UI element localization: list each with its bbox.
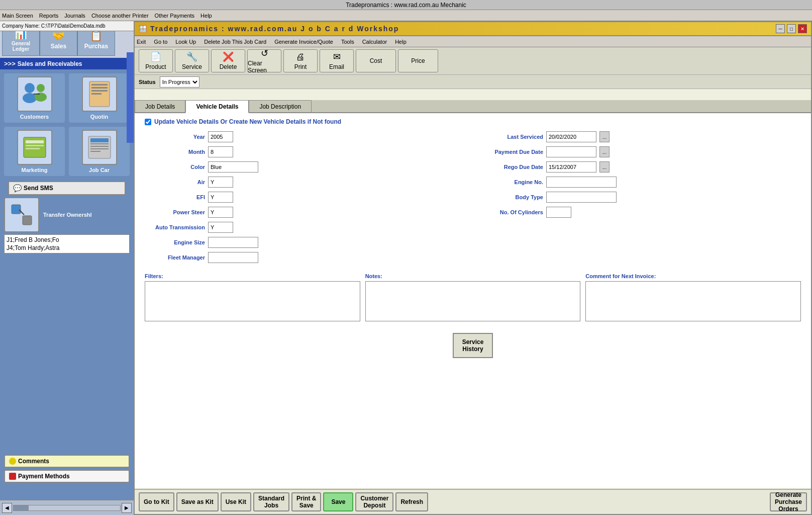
power-steer-label: Power Steer [145,209,205,215]
purchase-label: Purchas [84,43,108,50]
air-input[interactable] [208,177,233,188]
tab-job-details[interactable]: Job Details [135,100,185,112]
clear-screen-button[interactable]: ↺ Clear Screen [247,49,281,72]
menu-reports[interactable]: Reports [39,13,59,19]
standard-jobs-button[interactable]: Standard Jobs [253,492,289,511]
nav-scrollbar[interactable] [13,505,121,511]
last-serviced-date-button[interactable]: ... [599,131,610,142]
notes-textarea[interactable] [365,281,581,321]
month-row: Month [145,146,463,157]
vehicle-form-grid: Year Month Color Air [145,131,801,267]
marketing-icon-box [17,130,52,165]
use-kit-label: Use Kit [226,498,246,505]
comment-next-invoice-textarea[interactable] [585,281,801,321]
auto-transmission-input[interactable] [208,222,233,233]
tab-vehicle-details[interactable]: Vehicle Details [185,100,249,113]
engine-size-input[interactable] [208,237,258,248]
filters-textarea[interactable] [145,281,360,321]
minimize-button[interactable]: ─ [776,24,785,33]
refresh-button[interactable]: Refresh [395,492,428,511]
menu-generate-invoice[interactable]: Generate Invoice/Quote [274,39,333,45]
efi-label: EFI [145,194,205,200]
clear-screen-icon: ↺ [261,48,268,59]
status-select[interactable]: In Progress Completed Pending Cancelled [160,76,199,88]
product-button[interactable]: 📄 Product [139,49,173,72]
menu-calculator[interactable]: Calculator [362,39,387,45]
month-input[interactable] [208,146,233,157]
fleet-manager-input[interactable] [208,252,258,263]
menu-exit[interactable]: Exit [137,39,146,45]
comment-next-invoice-section: Comment for Next Invoice: [585,273,801,323]
menu-journals[interactable]: Journals [64,13,85,19]
use-kit-button[interactable]: Use Kit [221,492,251,511]
transfer-icon-box [4,197,39,232]
menu-choose-printer[interactable]: Choose another Printer [91,13,149,19]
nav-right-button[interactable]: ▶ [122,503,132,513]
send-sms-container: 💬 Send SMS [4,181,130,195]
last-serviced-input[interactable] [546,131,596,142]
color-input[interactable] [208,161,258,173]
menu-other-payments[interactable]: Other Payments [155,13,194,19]
send-sms-button[interactable]: 💬 Send SMS [8,181,126,195]
job-cards-item[interactable]: Job Car [69,127,130,176]
job-cards-label: Job Car [89,167,110,173]
menu-tools[interactable]: Tools [341,39,354,45]
service-button[interactable]: 🔧 Service [175,49,209,72]
maximize-button[interactable]: □ [787,24,796,33]
close-button[interactable]: ✕ [798,24,807,33]
rego-due-date-button[interactable]: ... [599,161,610,173]
left-column: Year Month Color Air [145,131,463,267]
rego-due-date-input[interactable] [546,161,596,173]
nav-left-button[interactable]: ◀ [2,503,12,513]
comments-button[interactable]: Comments [4,455,130,468]
quoting-item[interactable]: Quotin [69,73,130,123]
year-input[interactable] [208,131,233,142]
svg-rect-6 [91,84,108,85]
tab-job-details-label: Job Details [145,103,175,110]
year-row: Year [145,131,463,142]
print-icon: 🖨 [296,52,305,62]
menu-delete-job[interactable]: Delete Job This Job Card [204,39,266,45]
payment-icon [9,473,16,480]
service-history-area: Service History [145,333,801,358]
job-list: J1;Fred B Jones;Fo J4;Tom Hardy;Astra [4,234,130,253]
payment-due-date-button[interactable]: ... [599,146,610,157]
engine-no-input[interactable] [546,177,617,188]
cost-button[interactable]: Cost [356,49,396,72]
email-button[interactable]: ✉ Email [320,49,354,72]
svg-rect-13 [26,148,40,149]
no-cylinders-row: No. Of Cylinders [483,207,801,218]
body-type-input[interactable] [546,192,617,203]
menu-go-to[interactable]: Go to [154,39,167,45]
update-vehicle-checkbox[interactable] [145,119,151,125]
payment-due-date-input[interactable] [546,146,596,157]
print-save-button[interactable]: Print & Save [291,492,321,511]
tab-job-description[interactable]: Job Description [249,100,312,112]
menu-help[interactable]: Help [200,13,212,19]
marketing-item[interactable]: Marketing [4,127,65,176]
no-cylinders-input[interactable] [546,207,571,218]
price-button[interactable]: Price [398,49,438,72]
delete-button[interactable]: ❌ Delete [211,49,245,72]
power-steer-input[interactable] [208,207,233,218]
menu-look-up[interactable]: Look Up [175,39,196,45]
customer-deposit-button[interactable]: Customer Deposit [355,492,393,511]
save-button[interactable]: Save [323,492,353,511]
go-to-kit-button[interactable]: Go to Kit [139,492,174,511]
menu-main-screen[interactable]: Main Screen [2,13,33,19]
efi-input[interactable] [208,192,233,203]
customers-label: Customers [20,114,49,120]
notes-grid: Filters: Notes: Comment for Next Invoice… [145,273,801,323]
payment-methods-button[interactable]: Payment Methods [4,470,130,483]
svg-rect-15 [90,138,109,142]
transfer-ownership-container: Transfer Ownershl [4,197,130,232]
generate-purchase-orders-button[interactable]: Generate Purchase Orders [770,492,807,511]
job-list-item[interactable]: J4;Tom Hardy;Astra [6,244,128,252]
print-button[interactable]: 🖨 Print [283,49,318,72]
cost-label: Cost [370,57,382,64]
service-history-button[interactable]: Service History [453,333,493,358]
customers-item[interactable]: Customers [4,73,65,123]
save-as-kit-button[interactable]: Save as Kit [176,492,219,511]
job-list-item[interactable]: J1;Fred B Jones;Fo [6,236,128,244]
menu-help[interactable]: Help [395,39,407,45]
